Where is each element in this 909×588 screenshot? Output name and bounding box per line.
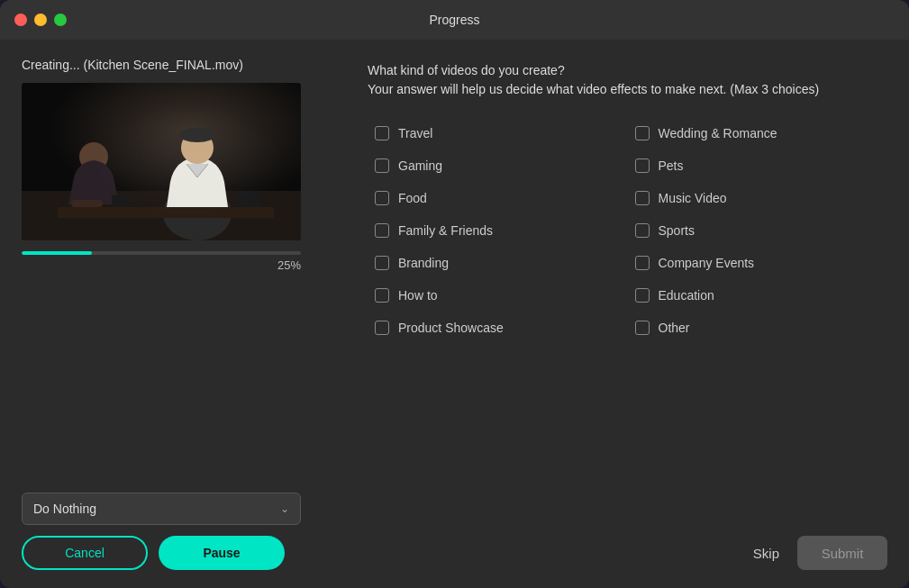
checkbox-family[interactable]: [375, 223, 389, 238]
video-thumbnail: [22, 83, 301, 240]
checkbox-item-sports[interactable]: Sports: [628, 214, 888, 247]
checkbox-item-family[interactable]: Family & Friends: [368, 214, 628, 247]
checkbox-pets[interactable]: [635, 158, 650, 173]
checkbox-item-branding[interactable]: Branding: [368, 247, 628, 279]
checkbox-col2: Wedding & Romance Pets Music Video Sport…: [628, 117, 888, 521]
checkbox-sports[interactable]: [635, 223, 650, 238]
label-music: Music Video: [659, 191, 727, 205]
dropdown-label: Do Nothing: [33, 502, 96, 516]
progress-bar-track: [22, 251, 301, 255]
checkbox-item-howto[interactable]: How to: [368, 279, 628, 312]
checkbox-howto[interactable]: [375, 288, 389, 303]
do-nothing-dropdown[interactable]: Do Nothing ⌄: [22, 493, 301, 525]
submit-button[interactable]: Submit: [797, 536, 887, 570]
right-panel: What kind of videos do you create? Your …: [368, 58, 887, 570]
progress-percentage: 25%: [22, 258, 301, 272]
checkbox-item-food[interactable]: Food: [368, 182, 628, 214]
checkbox-wedding[interactable]: [635, 126, 650, 140]
close-button[interactable]: [14, 14, 27, 26]
checkbox-food[interactable]: [375, 191, 389, 205]
checkbox-education[interactable]: [635, 288, 650, 303]
question-line1: What kind of videos do you create?: [368, 63, 565, 77]
checkbox-item-other[interactable]: Other: [628, 312, 888, 344]
button-row: Cancel Pause: [22, 536, 346, 570]
label-family: Family & Friends: [398, 223, 493, 238]
window-title: Progress: [429, 13, 479, 27]
checkbox-item-travel[interactable]: Travel: [368, 117, 628, 149]
main-content: Creating... (Kitchen Scene_FINAL.mov): [0, 40, 909, 588]
checkbox-item-music[interactable]: Music Video: [628, 182, 888, 214]
checkbox-other[interactable]: [635, 321, 650, 335]
creating-label: Creating... (Kitchen Scene_FINAL.mov): [22, 58, 346, 72]
svg-rect-12: [22, 83, 301, 240]
checkbox-col1: Travel Gaming Food Family & Friends: [368, 117, 628, 521]
label-other: Other: [659, 321, 690, 335]
checkbox-item-education[interactable]: Education: [628, 279, 888, 312]
checkbox-gaming[interactable]: [375, 158, 389, 173]
bottom-left: Do Nothing ⌄ Cancel Pause: [22, 493, 346, 570]
progress-bar-container: 25%: [22, 251, 301, 272]
label-food: Food: [398, 191, 427, 205]
progress-bar-fill: [22, 251, 92, 255]
left-panel: Creating... (Kitchen Scene_FINAL.mov): [22, 58, 346, 570]
label-company: Company Events: [659, 256, 755, 270]
label-travel: Travel: [398, 126, 432, 140]
checkbox-item-company[interactable]: Company Events: [628, 247, 888, 279]
checkbox-item-gaming[interactable]: Gaming: [368, 149, 628, 182]
label-pets: Pets: [659, 158, 684, 173]
label-howto: How to: [398, 288, 438, 303]
traffic-lights: [14, 14, 67, 26]
chevron-down-icon: ⌄: [280, 502, 289, 515]
video-preview: [22, 83, 301, 240]
question-line2: Your answer will help us decide what vid…: [368, 82, 819, 96]
pause-button[interactable]: Pause: [159, 536, 285, 570]
checkbox-company[interactable]: [635, 256, 650, 270]
checkbox-product[interactable]: [375, 321, 389, 335]
checkbox-item-pets[interactable]: Pets: [628, 149, 888, 182]
checkbox-music[interactable]: [635, 191, 650, 205]
title-bar: Progress: [0, 0, 909, 40]
label-wedding: Wedding & Romance: [659, 126, 777, 140]
cancel-button[interactable]: Cancel: [22, 536, 148, 570]
minimize-button[interactable]: [34, 14, 47, 26]
label-education: Education: [659, 288, 714, 303]
label-branding: Branding: [398, 256, 449, 270]
label-gaming: Gaming: [398, 158, 442, 173]
checkbox-travel[interactable]: [375, 126, 389, 140]
skip-button[interactable]: Skip: [753, 546, 779, 561]
checkbox-branding[interactable]: [375, 256, 389, 270]
label-sports: Sports: [659, 223, 695, 238]
checkbox-item-product[interactable]: Product Showcase: [368, 312, 628, 344]
checkbox-item-wedding[interactable]: Wedding & Romance: [628, 117, 888, 149]
bottom-right-actions: Skip Submit: [368, 525, 887, 570]
main-window: Progress Creating... (Kitchen Scene_FINA…: [0, 0, 909, 588]
label-product: Product Showcase: [398, 321, 504, 335]
checkbox-grid: Travel Gaming Food Family & Friends: [368, 117, 887, 521]
fullscreen-button[interactable]: [54, 14, 67, 26]
question-text: What kind of videos do you create? Your …: [368, 61, 887, 99]
